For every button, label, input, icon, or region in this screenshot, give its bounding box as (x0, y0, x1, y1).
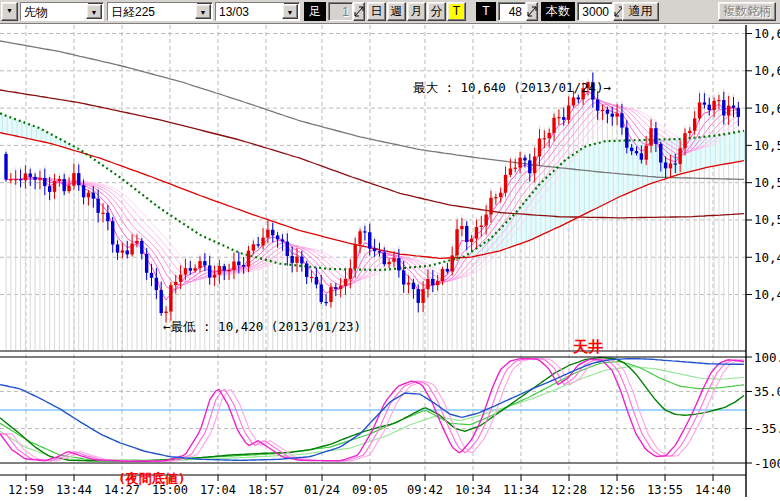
svg-text:17:04: 17:04 (200, 483, 236, 497)
chevron-down-icon[interactable]: ▼ (86, 4, 102, 19)
spin-icon (527, 3, 537, 20)
chevron-down-icon[interactable]: ▼ (282, 4, 298, 19)
bar-count-input[interactable]: 3000 (577, 2, 613, 21)
svg-text:35.00: 35.00 (754, 384, 780, 399)
svg-text:10:34: 10:34 (455, 483, 491, 497)
chevron-down-icon: ▼ (6, 7, 13, 14)
svg-text:01/24: 01/24 (304, 483, 340, 497)
apply-button[interactable]: 適用 (622, 2, 659, 21)
svg-text:13:44: 13:44 (56, 483, 92, 497)
svg-text:←最低 : 10,420 (2013/01/23): ←最低 : 10,420 (2013/01/23) (163, 319, 361, 334)
svg-text:10,475: 10,475 (754, 250, 780, 265)
svg-text:10,440: 10,440 (754, 287, 780, 302)
svg-text:10,650: 10,650 (754, 63, 780, 78)
period-month-button[interactable]: 月 (407, 2, 426, 21)
symbol-select-value: 日経225 (108, 3, 197, 20)
svg-text:-100.0: -100.0 (754, 456, 780, 471)
svg-text:10,510: 10,510 (754, 212, 780, 227)
svg-text:14:40: 14:40 (695, 483, 731, 497)
svg-text:18:57: 18:57 (248, 483, 284, 497)
contract-month-value: 13/03 (216, 3, 284, 20)
period-day-button[interactable]: 日 (367, 2, 386, 21)
bar-count-label: 本数 (541, 2, 575, 21)
chart-application-window: ▼ 先物 ▼ 日経225 ▼ 13/03 ▼ 足 1 日 週 月 分 T T (0, 0, 780, 501)
bar-interval-input[interactable]: 1 (328, 2, 353, 21)
period-minute-button[interactable]: 分 (427, 2, 446, 21)
market-select-value: 先物 (21, 3, 88, 20)
svg-text:10,545: 10,545 (754, 175, 780, 190)
toolbar: ▼ 先物 ▼ 日経225 ▼ 13/03 ▼ 足 1 日 週 月 分 T T (0, 0, 780, 24)
svg-text:天井: 天井 (572, 338, 603, 356)
svg-text:10,685: 10,685 (754, 26, 780, 41)
contract-month-select[interactable]: 13/03 ▼ (215, 2, 300, 21)
svg-text:100.00: 100.00 (754, 350, 780, 365)
svg-text:-35.00: -35.00 (754, 421, 780, 436)
svg-text:12:59: 12:59 (8, 483, 44, 497)
tick-count-input[interactable]: 48 (498, 2, 526, 21)
tick-label: T (476, 2, 496, 21)
history-dropdown-button[interactable]: ▼ (1, 2, 18, 21)
multi-symbol-button[interactable]: 複数銘柄 (718, 2, 776, 21)
market-select[interactable]: 先物 ▼ (20, 2, 104, 21)
period-week-button[interactable]: 週 (387, 2, 406, 21)
spin-icon (354, 3, 364, 20)
tick-count-spinner[interactable] (526, 2, 538, 21)
period-tick-button[interactable]: T (447, 2, 466, 21)
svg-text:(夜間底値): (夜間底値) (118, 471, 186, 486)
bar-type-label: 足 (304, 2, 326, 21)
chevron-down-icon[interactable]: ▼ (195, 4, 211, 19)
svg-text:12:56: 12:56 (599, 483, 635, 497)
svg-text:12:28: 12:28 (551, 483, 587, 497)
svg-text:13:55: 13:55 (647, 483, 683, 497)
svg-text:11:34: 11:34 (503, 483, 539, 497)
svg-text:10,580: 10,580 (754, 138, 780, 153)
svg-text:09:05: 09:05 (352, 483, 388, 497)
chart-canvas[interactable]: 10,68510,65010,61510,58010,54510,51010,4… (0, 0, 780, 501)
symbol-select[interactable]: 日経225 ▼ (107, 2, 213, 21)
bar-interval-spinner[interactable] (353, 2, 365, 21)
svg-text:10,615: 10,615 (754, 101, 780, 116)
svg-text:最大 : 10,640 (2013/01/24)→: 最大 : 10,640 (2013/01/24)→ (413, 80, 612, 95)
svg-text:09:42: 09:42 (407, 483, 443, 497)
